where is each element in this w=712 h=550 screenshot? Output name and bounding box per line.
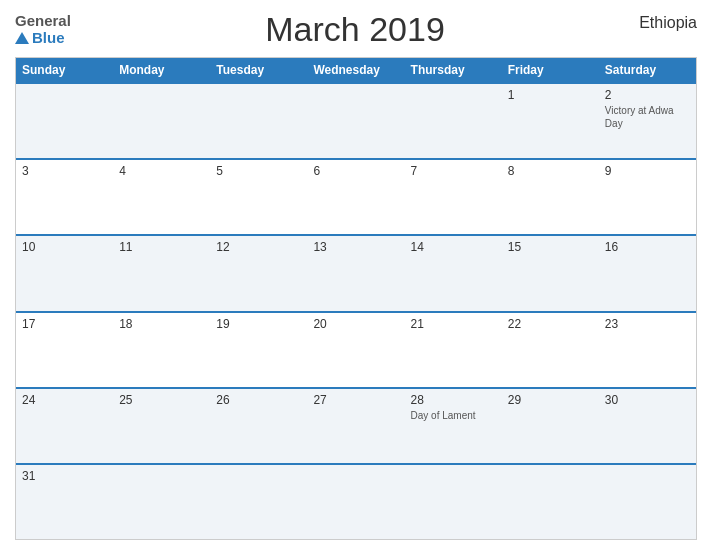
logo-general-text: General (15, 13, 71, 30)
day-number: 4 (119, 164, 204, 178)
week-row-6: 31 (16, 463, 696, 539)
day-headers-row: Sunday Monday Tuesday Wednesday Thursday… (16, 58, 696, 82)
day-number: 5 (216, 164, 301, 178)
holiday-name: Victory at Adwa Day (605, 104, 690, 130)
day-header-wednesday: Wednesday (307, 58, 404, 82)
day-number: 15 (508, 240, 593, 254)
week-row-1: 12Victory at Adwa Day (16, 82, 696, 158)
day-header-saturday: Saturday (599, 58, 696, 82)
day-header-monday: Monday (113, 58, 210, 82)
day-number: 26 (216, 393, 301, 407)
day-number: 18 (119, 317, 204, 331)
day-cell: 7 (405, 160, 502, 234)
day-cell (307, 84, 404, 158)
day-cell: 12 (210, 236, 307, 310)
day-cell: 3 (16, 160, 113, 234)
day-number: 8 (508, 164, 593, 178)
header: General Blue March 2019 Ethiopia (15, 10, 697, 49)
day-cell (210, 465, 307, 539)
day-cell: 13 (307, 236, 404, 310)
day-number: 30 (605, 393, 690, 407)
day-cell (405, 84, 502, 158)
logo-triangle-icon (15, 32, 29, 44)
day-cell (113, 84, 210, 158)
day-cell: 4 (113, 160, 210, 234)
logo: General Blue (15, 13, 71, 46)
day-number: 10 (22, 240, 107, 254)
day-number: 17 (22, 317, 107, 331)
logo-blue-text: Blue (15, 30, 71, 47)
day-header-thursday: Thursday (405, 58, 502, 82)
day-number: 22 (508, 317, 593, 331)
calendar-weeks: 12Victory at Adwa Day3456789101112131415… (16, 82, 696, 539)
day-cell: 16 (599, 236, 696, 310)
day-number: 13 (313, 240, 398, 254)
day-cell: 27 (307, 389, 404, 463)
day-number: 23 (605, 317, 690, 331)
day-number: 19 (216, 317, 301, 331)
day-cell (405, 465, 502, 539)
calendar-title: March 2019 (71, 10, 639, 49)
day-cell: 31 (16, 465, 113, 539)
day-cell: 2Victory at Adwa Day (599, 84, 696, 158)
day-header-tuesday: Tuesday (210, 58, 307, 82)
day-number: 16 (605, 240, 690, 254)
day-number: 11 (119, 240, 204, 254)
day-cell: 21 (405, 313, 502, 387)
week-row-2: 3456789 (16, 158, 696, 234)
day-cell: 1 (502, 84, 599, 158)
day-number: 14 (411, 240, 496, 254)
day-number: 25 (119, 393, 204, 407)
day-cell: 28Day of Lament (405, 389, 502, 463)
day-number: 28 (411, 393, 496, 407)
day-number: 12 (216, 240, 301, 254)
day-cell: 24 (16, 389, 113, 463)
week-row-5: 2425262728Day of Lament2930 (16, 387, 696, 463)
week-row-3: 10111213141516 (16, 234, 696, 310)
day-cell (502, 465, 599, 539)
country-label: Ethiopia (639, 14, 697, 32)
day-number: 6 (313, 164, 398, 178)
day-cell (113, 465, 210, 539)
day-cell (16, 84, 113, 158)
day-number: 1 (508, 88, 593, 102)
day-cell: 30 (599, 389, 696, 463)
day-cell: 23 (599, 313, 696, 387)
day-cell: 10 (16, 236, 113, 310)
day-number: 3 (22, 164, 107, 178)
day-cell (307, 465, 404, 539)
day-cell (599, 465, 696, 539)
day-cell: 19 (210, 313, 307, 387)
day-cell: 20 (307, 313, 404, 387)
day-number: 2 (605, 88, 690, 102)
day-cell: 9 (599, 160, 696, 234)
day-number: 29 (508, 393, 593, 407)
day-number: 31 (22, 469, 107, 483)
day-cell: 11 (113, 236, 210, 310)
week-row-4: 17181920212223 (16, 311, 696, 387)
calendar: Sunday Monday Tuesday Wednesday Thursday… (15, 57, 697, 540)
day-number: 27 (313, 393, 398, 407)
day-cell: 15 (502, 236, 599, 310)
day-number: 24 (22, 393, 107, 407)
day-number: 7 (411, 164, 496, 178)
day-number: 20 (313, 317, 398, 331)
day-cell: 5 (210, 160, 307, 234)
day-cell: 25 (113, 389, 210, 463)
holiday-name: Day of Lament (411, 409, 496, 422)
day-cell: 17 (16, 313, 113, 387)
day-cell: 18 (113, 313, 210, 387)
day-number: 21 (411, 317, 496, 331)
day-header-friday: Friday (502, 58, 599, 82)
day-cell: 14 (405, 236, 502, 310)
day-cell: 6 (307, 160, 404, 234)
day-header-sunday: Sunday (16, 58, 113, 82)
day-number: 9 (605, 164, 690, 178)
day-cell: 8 (502, 160, 599, 234)
day-cell: 22 (502, 313, 599, 387)
day-cell (210, 84, 307, 158)
day-cell: 29 (502, 389, 599, 463)
day-cell: 26 (210, 389, 307, 463)
